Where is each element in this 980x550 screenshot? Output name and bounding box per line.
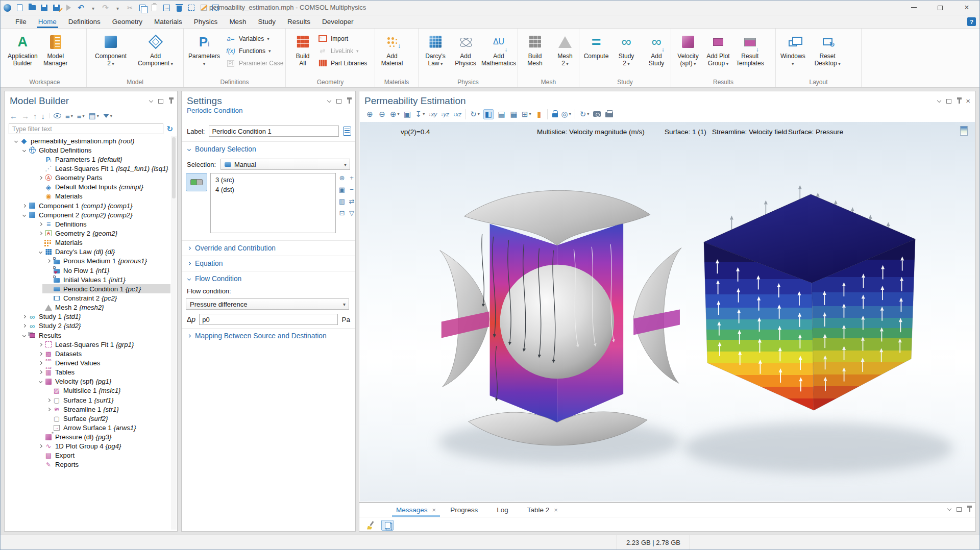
tree-item[interactable]: Derived Values [5, 358, 170, 367]
study-2-button[interactable]: Study2 [612, 31, 641, 67]
dock-tab[interactable]: Messages × [396, 503, 436, 517]
section-flow-condition[interactable]: Flow Condition [182, 271, 355, 286]
compute-button[interactable]: Compute [582, 31, 610, 67]
view-xz-icon[interactable]: xz [453, 109, 461, 119]
application-builder-button[interactable]: ApplicationBuilder [6, 31, 40, 67]
tree-item[interactable]: Streamline 1 {str1} [5, 405, 170, 414]
ribbon-tab[interactable]: Geometry [107, 15, 148, 28]
zoom-out-icon[interactable]: ⊖ [378, 109, 386, 119]
open-file-icon[interactable] [28, 4, 36, 12]
ribbon-tab[interactable]: File [10, 15, 32, 28]
new-file-icon[interactable] [15, 4, 24, 12]
result-templates-button[interactable]: ResultTemplates [734, 31, 766, 67]
copy-messages-icon[interactable] [381, 520, 394, 531]
lock-view-icon[interactable] [547, 109, 558, 119]
help-icon[interactable]: ? [967, 17, 976, 26]
maximize-button[interactable] [927, 0, 953, 15]
view-xy-icon[interactable]: xy [428, 109, 437, 119]
clipping-icon[interactable]: ▮ [535, 109, 544, 119]
paste-selection-icon[interactable]: ▣ [339, 186, 345, 193]
plot-settings-icon[interactable]: ⊞ [522, 109, 531, 119]
ribbon-tab[interactable]: Definitions [63, 15, 106, 28]
ribbon-tab[interactable]: Physics [189, 15, 223, 28]
redo-icon[interactable] [101, 4, 110, 12]
tree-item[interactable]: Arrow Surface 1 {arws1} [5, 423, 170, 432]
panel-float-icon[interactable] [957, 507, 962, 512]
tree-scrollbar[interactable] [171, 136, 177, 530]
panel-close-icon[interactable]: × [966, 98, 970, 104]
section-equation[interactable]: Equation [182, 256, 355, 271]
tree-item[interactable]: Velocity (spf) {pg1} [5, 377, 170, 386]
flow-condition-dropdown[interactable]: Pressure difference [186, 298, 349, 310]
tree-item[interactable]: Materials [5, 238, 170, 247]
panel-float-icon[interactable] [336, 99, 341, 104]
tree-item[interactable]: Component 2 (comp2) {comp2} [5, 210, 170, 219]
tree-item[interactable]: Porous Medium 1 {porous1} [5, 257, 170, 266]
add-component-button[interactable]: AddComponent [136, 31, 175, 67]
parameter-case-button[interactable]: Parameter Case [226, 58, 283, 68]
swap-source-destination-icon[interactable]: ⇄ [349, 197, 355, 205]
next-node-icon[interactable]: → [21, 112, 29, 120]
tab-close-icon[interactable]: × [554, 506, 558, 514]
zoom-extents-icon[interactable]: ⊕ [390, 109, 400, 119]
functions-button[interactable]: Functions [226, 46, 283, 56]
add-plot-group-button[interactable]: Add PlotGroup [704, 31, 732, 67]
mesh-2-button[interactable]: Mesh2 [551, 31, 579, 67]
panel-menu-icon[interactable] [947, 507, 951, 511]
delete-icon[interactable] [175, 4, 183, 12]
selection-list-item[interactable]: 4 (dst) [211, 185, 335, 194]
tree-item[interactable]: Multislice 1 {mslc1} [5, 386, 170, 395]
panel-pin-icon[interactable] [170, 99, 172, 104]
tree-item[interactable]: Initial Values 1 {init1} [5, 275, 170, 284]
tree-item[interactable]: Export [5, 451, 170, 460]
collapse-all-icon[interactable]: ≡ [77, 112, 85, 120]
print-icon[interactable] [605, 109, 614, 119]
label-input[interactable] [209, 126, 339, 137]
filter-icon[interactable] [103, 114, 112, 118]
tree-item[interactable]: Mesh 2 {mesh2} [5, 303, 170, 312]
activate-selection-button[interactable] [186, 173, 207, 191]
section-mapping[interactable]: Mapping Between Source and Destination [182, 328, 355, 343]
snapshot-icon[interactable] [593, 109, 601, 119]
pressure-difference-input[interactable] [199, 314, 338, 325]
selection-dropdown[interactable]: Manual [220, 159, 350, 170]
tree-item[interactable]: Surface 1 {surf1} [5, 395, 170, 405]
reset-desktop-button[interactable]: ResetDesktop [813, 31, 843, 67]
tree-item[interactable]: Geometry Parts [5, 173, 170, 183]
show-icon[interactable] [49, 113, 61, 118]
ribbon-tab[interactable]: Study [253, 15, 281, 28]
move-down-icon[interactable]: ↓ [41, 112, 45, 120]
model-manager-button[interactable]: ModelManager [41, 31, 70, 67]
save-icon[interactable] [40, 4, 48, 12]
windows-button[interactable]: Windows [778, 31, 807, 67]
tree-filter-input[interactable] [9, 123, 163, 134]
tab-close-icon[interactable]: × [432, 506, 436, 514]
selection-filter-icon[interactable]: ▽ [349, 209, 354, 216]
update-plot-icon[interactable]: ↻ [575, 109, 590, 119]
panel-menu-icon[interactable] [327, 98, 331, 102]
zoom-box-icon[interactable]: ▣ [403, 109, 412, 119]
velocity-spf-button[interactable]: Velocity(spf) [674, 31, 702, 67]
ribbon-tab[interactable]: Developer [317, 15, 359, 28]
tree-item[interactable]: Periodic Condition 1 {pc1} [5, 284, 170, 293]
redo-caret-icon[interactable] [113, 4, 122, 12]
tree-item[interactable]: Reports [5, 460, 170, 469]
selection-mode-icon[interactable]: ◎ [561, 109, 571, 119]
tree-item[interactable]: Study 1 {std1} [5, 312, 170, 321]
tree-item[interactable]: Results [5, 331, 170, 340]
tree-item[interactable]: Tables [5, 368, 170, 377]
add-to-selection-icon[interactable]: + [350, 174, 354, 181]
wireframe-icon[interactable]: ▤ [497, 109, 506, 119]
transparency-icon[interactable]: ◧ [483, 109, 494, 119]
clear-messages-icon[interactable] [366, 521, 376, 530]
refresh-icon[interactable] [166, 124, 173, 134]
tree-item[interactable]: Global Definitions [5, 145, 170, 155]
ribbon-tab[interactable]: Home [33, 15, 62, 28]
tree-item[interactable]: Default Model Inputs {cminpt} [5, 183, 170, 192]
undo-icon[interactable] [77, 4, 85, 12]
panel-pin-icon[interactable] [969, 507, 970, 512]
copy-icon[interactable] [138, 4, 146, 12]
tree-item[interactable]: Least-Squares Fit 1 {grp1} [5, 340, 170, 349]
zoom-to-selection-icon[interactable]: ⊡ [339, 209, 345, 216]
panel-float-icon[interactable] [158, 99, 163, 104]
